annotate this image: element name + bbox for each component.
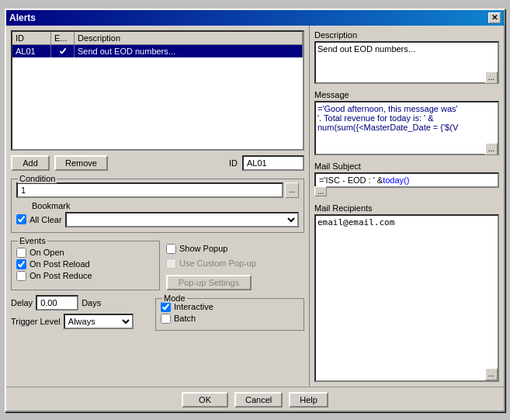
main-content: ID E... Description AL01 Send out EOD nu…: [6, 26, 504, 387]
delay-unit: Days: [82, 298, 101, 307]
title-bar: Alerts ✕: [6, 10, 504, 26]
on-open-label: On Open: [29, 248, 64, 257]
delay-trigger-col: Delay Days Trigger Level Always Once Per…: [11, 295, 149, 329]
close-button[interactable]: ✕: [488, 12, 501, 23]
remove-button[interactable]: Remove: [54, 155, 108, 171]
condition-input[interactable]: [16, 182, 283, 198]
popup-settings-button[interactable]: Pop-up Settings: [166, 275, 252, 290]
right-panel: Description Send out EOD numbers... ... …: [309, 26, 504, 387]
mail-subject-ellipsis[interactable]: ...: [314, 186, 327, 196]
message-ellipsis[interactable]: ...: [485, 143, 498, 155]
bottom-bar: OK Cancel Help: [6, 387, 504, 411]
interactive-checkbox[interactable]: [161, 302, 171, 312]
use-custom-row: Use Custom Pop-up: [166, 259, 304, 269]
interactive-label: Interactive: [174, 302, 213, 311]
left-panel: ID E... Description AL01 Send out EOD nu…: [6, 26, 309, 387]
message-section: Message ='Good afternoon, this message w…: [314, 90, 499, 157]
mail-recipients-section: Mail Recipients email@email.com ...: [314, 203, 499, 382]
events-popup-row: Events On Open On Post Reload: [11, 238, 304, 290]
mail-subject-label: Mail Subject: [314, 161, 499, 171]
alerts-window: Alerts ✕ ID E... Description AL01: [5, 9, 505, 412]
use-custom-checkbox[interactable]: [166, 259, 176, 269]
on-post-reload-checkbox[interactable]: [16, 259, 26, 269]
mode-label: Mode: [162, 293, 187, 303]
mail-recipients-field-row: email@email.com ...: [314, 214, 499, 382]
bookmark-select[interactable]: [65, 212, 299, 227]
recipients-ellipsis[interactable]: ...: [485, 368, 498, 380]
delay-label: Delay: [11, 298, 33, 307]
message-textarea[interactable]: ='Good afternoon, this message was' '. T…: [314, 101, 499, 155]
on-post-reload-label: On Post Reload: [29, 259, 90, 269]
on-open-checkbox[interactable]: [16, 248, 26, 258]
window-body: ID E... Description AL01 Send out EOD nu…: [6, 26, 504, 411]
use-custom-label: Use Custom Pop-up: [179, 259, 256, 268]
row-enabled: [51, 45, 75, 57]
ok-button[interactable]: OK: [182, 392, 228, 408]
delay-row: Delay Days: [11, 295, 149, 311]
id-label: ID: [229, 158, 238, 168]
mail-recipients-label: Mail Recipients: [314, 203, 499, 213]
bookmark-label: Bookmark: [32, 201, 71, 210]
mail-subject-display[interactable]: ='ISC - EOD : ' & today(): [314, 172, 499, 188]
col-enabled: E...: [51, 32, 75, 44]
delay-input[interactable]: [36, 295, 78, 311]
help-button[interactable]: Help: [289, 392, 328, 408]
col-description: Description: [75, 32, 303, 44]
on-post-reduce-checkbox[interactable]: [16, 271, 26, 281]
description-section: Description Send out EOD numbers... ...: [314, 30, 499, 85]
trigger-row: Trigger Level Always Once Per Day: [11, 314, 149, 329]
trigger-select[interactable]: Always Once Per Day: [64, 314, 134, 329]
description-textarea[interactable]: Send out EOD numbers...: [314, 41, 499, 84]
events-group: Events On Open On Post Reload: [11, 241, 160, 290]
events-items: On Open On Post Reload On Post Reduce: [16, 248, 154, 281]
alerts-table[interactable]: ID E... Description AL01 Send out EOD nu…: [11, 30, 304, 151]
message-label: Message: [314, 90, 499, 99]
on-open-row: On Open: [16, 248, 154, 258]
popup-group: Show Popup Use Custom Pop-up Pop-up Sett…: [166, 238, 304, 290]
on-post-reduce-row: On Post Reduce: [16, 271, 154, 281]
condition-row: ...: [16, 182, 299, 198]
description-ellipsis[interactable]: ...: [485, 71, 498, 84]
mail-subject-section: Mail Subject ='ISC - EOD : ' & today() .…: [314, 161, 499, 199]
on-post-reload-row: On Post Reload: [16, 259, 154, 269]
mail-subject-prefix: ='ISC - EOD : ' &: [319, 175, 383, 185]
allclear-row: All Clear: [16, 212, 299, 227]
show-popup-checkbox[interactable]: [166, 244, 176, 254]
bookmark-row: Bookmark: [16, 201, 299, 210]
add-button[interactable]: Add: [11, 155, 50, 171]
show-popup-row: Show Popup: [166, 244, 304, 254]
mail-recipients-textarea[interactable]: email@email.com: [314, 214, 499, 382]
batch-checkbox[interactable]: [161, 314, 171, 324]
table-row[interactable]: AL01 Send out EOD numbers...: [12, 45, 303, 57]
id-input[interactable]: [242, 155, 304, 171]
condition-ellipsis-button[interactable]: ...: [285, 182, 299, 198]
row-id: AL01: [12, 45, 51, 57]
message-field-row: ='Good afternoon, this message was' '. T…: [314, 101, 499, 157]
show-popup-label: Show Popup: [179, 244, 227, 253]
trigger-label: Trigger Level: [11, 317, 61, 326]
allclear-label: All Clear: [29, 215, 62, 224]
events-label: Events: [18, 236, 47, 245]
allclear-checkbox[interactable]: [16, 214, 26, 224]
batch-label: Batch: [174, 314, 196, 323]
condition-label: Condition: [18, 174, 57, 183]
cancel-button[interactable]: Cancel: [234, 392, 283, 408]
row-description: Send out EOD numbers...: [75, 45, 303, 57]
table-header: ID E... Description: [12, 32, 303, 45]
condition-group: Condition ... Bookmark All Clear: [11, 179, 304, 233]
mode-group: Mode Interactive Batch: [155, 298, 304, 331]
description-label: Description: [314, 30, 499, 40]
description-field-row: Send out EOD numbers... ...: [314, 41, 499, 85]
toolbar-row: Add Remove ID: [11, 155, 304, 171]
row-enabled-checkbox[interactable]: [58, 47, 68, 56]
on-post-reduce-label: On Post Reduce: [29, 271, 92, 280]
window-title: Alerts: [9, 12, 36, 23]
batch-row: Batch: [161, 314, 299, 324]
delay-mode-row: Delay Days Trigger Level Always Once Per…: [11, 295, 304, 331]
interactive-row: Interactive: [161, 302, 299, 312]
mail-subject-row: ='ISC - EOD : ' & today() ...: [314, 172, 499, 199]
col-id: ID: [12, 32, 51, 44]
mail-subject-today: today(): [383, 175, 409, 185]
